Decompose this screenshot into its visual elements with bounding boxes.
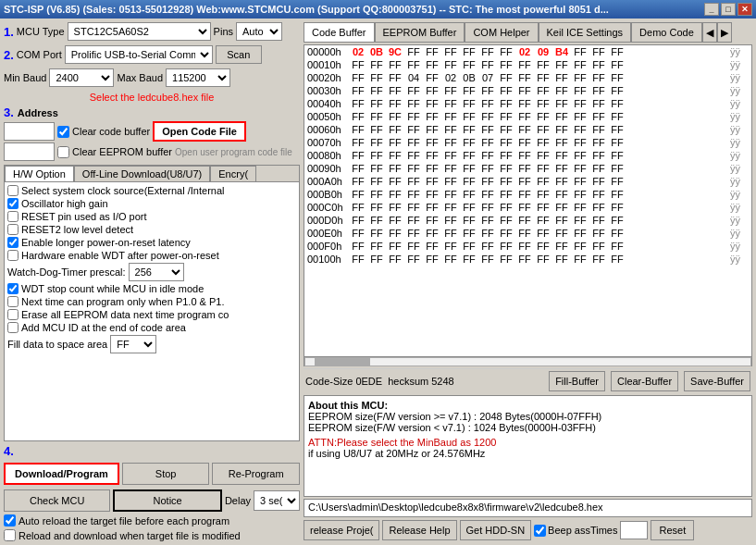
ass-times-label: assTimes (575, 525, 618, 536)
min-baud-label: Min Baud (4, 72, 46, 83)
next-time-checkbox[interactable] (7, 296, 19, 307)
hw-tab-encrypt[interactable]: Encry( (210, 166, 256, 181)
notice-button[interactable]: Notice (113, 489, 221, 512)
max-baud-select[interactable]: 115200 (166, 68, 230, 87)
info-panel: About this MCU: EEPROM size(F/W version … (304, 395, 752, 497)
hw-option-checkbox-5[interactable] (7, 250, 19, 261)
release-project-button[interactable]: release Proje( (304, 520, 379, 540)
hw-option-item-1: Oscillator high gain (7, 198, 296, 209)
hint-text: Select the ledcube8.hex file (4, 92, 300, 103)
h-scrollbar-track[interactable] (304, 357, 751, 366)
hw-tab-offline[interactable]: Off-Line Download(U8/U7) (74, 166, 210, 181)
hw-option-checkbox-2[interactable] (7, 211, 19, 222)
hex-row: 000D0hFFFFFFFFFFFFFFFFFFFFFFFFFFFFFFÿÿ (304, 214, 751, 227)
tab-keil-ice[interactable]: Keil ICE Settings (539, 22, 632, 43)
wdt-idle-checkbox[interactable] (7, 283, 19, 294)
open-user-hint: Open user program code file (175, 147, 292, 157)
info-about-line: About this MCU: (308, 400, 748, 411)
reprogram-button[interactable]: Re-Program (212, 463, 300, 485)
baud-row: Min Baud 2400 Max Baud 115200 (4, 68, 300, 87)
step2-number: 2. (4, 48, 14, 62)
mcu-type-label: MCU Type (17, 26, 65, 37)
pins-select[interactable]: Auto (236, 22, 282, 41)
erase-eeprom-checkbox[interactable] (7, 309, 19, 320)
tab-com-helper[interactable]: COM Helper (465, 22, 538, 43)
min-baud-select[interactable]: 2400 (49, 68, 114, 87)
com-port-select[interactable]: Prolific USB-to-Serial Comm Por (65, 45, 213, 64)
hex-row: 00040hFFFFFFFFFFFFFFFFFFFFFFFFFFFFFFÿÿ (304, 97, 751, 110)
watchdog-select[interactable]: 256 (129, 263, 184, 281)
tab-arrow-right[interactable]: ▶ (717, 22, 732, 43)
h-scrollbar-thumb[interactable] (315, 358, 370, 365)
auto-reload-checkbox[interactable] (4, 514, 16, 526)
beep-label: Beep (548, 525, 572, 536)
tab-arrow-left[interactable]: ◀ (702, 22, 717, 43)
tab-eeprom-buffer[interactable]: EEPROM Buffer (375, 22, 465, 43)
address-label: Address (18, 107, 58, 118)
hex-row: 00010hFFFFFFFFFFFFFFFFFFFFFFFFFFFFFFÿÿ (304, 58, 751, 71)
hex-row: 00030hFFFFFFFFFFFFFFFFFFFFFFFFFFFFFFÿÿ (304, 84, 751, 97)
mcu-type-select[interactable]: STC12C5A60S2 (68, 22, 211, 41)
auto-reload-row: Auto reload the target file before each … (4, 514, 300, 526)
clear-eeprom-checkbox[interactable] (57, 146, 69, 158)
clear-code-checkbox[interactable] (57, 126, 69, 138)
hex-row: 00000h020B9CFFFFFFFFFFFF0209B4FFFFFFÿÿ (304, 45, 751, 58)
hw-options-list: Select system clock source(External /Int… (5, 182, 299, 440)
delay-select[interactable]: 3 se( (254, 490, 300, 511)
right-panel: Code Buffer EEPROM Buffer COM Helper Kei… (304, 22, 752, 541)
hw-option-checkbox-3[interactable] (7, 224, 19, 235)
open-code-file-button[interactable]: Open Code File (153, 121, 246, 142)
buffer-tabs: Code Buffer EEPROM Buffer COM Helper Kei… (304, 22, 752, 43)
scan-button[interactable]: Scan (216, 45, 262, 64)
step4-row: 4. (4, 444, 300, 458)
get-hdd-sn-button[interactable]: Get HDD-SN (460, 520, 532, 540)
tab-code-buffer[interactable]: Code Buffer (304, 22, 375, 43)
hw-tab-option[interactable]: H/W Option (5, 166, 74, 181)
address-input-1[interactable]: 0x 0000 (4, 122, 55, 141)
ass-times-input[interactable]: 0 (620, 521, 648, 539)
clear-eeprom-label: Clear EEPROM buffer (72, 146, 172, 157)
save-buffer-button[interactable]: Save-Buffer (684, 371, 750, 391)
action-buttons: Download/Program Stop Re-Program (4, 463, 300, 485)
reset-button[interactable]: Reset (651, 520, 694, 540)
beep-check-row: Beep (534, 525, 572, 537)
hw-option-erase-eeprom: Erase all EEPROM data next time program … (7, 309, 296, 320)
reload-modify-checkbox[interactable] (4, 529, 16, 541)
info-line2: EEPROM size(F/W version < v7.1) : 1024 B… (308, 422, 748, 433)
hex-row: 000F0hFFFFFFFFFFFFFFFFFFFFFFFFFFFFFFÿÿ (304, 240, 751, 253)
hw-option-item-4: Enable longer power-on-reset latency (7, 237, 296, 248)
fill-data-select[interactable]: FF (110, 335, 156, 353)
hw-option-checkbox-1[interactable] (7, 198, 19, 209)
address-row-1: 0x 0000 Clear code buffer Open Code File (4, 121, 300, 142)
title-bar: STC-ISP (V6.85) (Sales: 0513-55012928) W… (0, 0, 756, 19)
hex-row: 00100hFFFFFFFFFFFFFFFFFFFFFFFFFFFFFFÿÿ (304, 253, 751, 266)
download-program-button[interactable]: Download/Program (4, 463, 119, 485)
fill-data-row: Fill data to space area FF (7, 335, 296, 353)
beep-checkbox[interactable] (534, 525, 546, 537)
hex-view-container: 00000h020B9CFFFFFFFFFFFF0209B4FFFFFFÿÿ00… (304, 44, 752, 366)
info-line1: EEPROM size(F/W version >= v7.1) : 2048 … (308, 411, 748, 422)
hex-row: 00070hFFFFFFFFFFFFFFFFFFFFFFFFFFFFFFÿÿ (304, 136, 751, 149)
code-size-row: Code-Size 0EDE hecksum 5248 Fill-Buffer … (304, 368, 752, 393)
hw-option-checkbox-0[interactable] (7, 185, 19, 196)
fill-buffer-button[interactable]: Fill-Buffer (549, 371, 605, 391)
add-mcu-id-checkbox[interactable] (7, 322, 19, 333)
hex-table: 00000h020B9CFFFFFFFFFFFF0209B4FFFFFFÿÿ00… (304, 45, 751, 356)
pins-label: Pins (214, 26, 233, 37)
hw-option-checkbox-4[interactable] (7, 237, 19, 248)
address-input-2[interactable]: 0x 0000 (4, 142, 55, 161)
left-panel: 1. MCU Type STC12C5A60S2 Pins Auto 2. CO… (4, 22, 300, 541)
stop-button[interactable]: Stop (122, 463, 210, 485)
minimize-button[interactable]: _ (704, 3, 719, 16)
hex-scrollbar-horizontal[interactable] (304, 356, 751, 365)
release-help-button[interactable]: Release Help (382, 520, 456, 540)
delay-label: Delay (225, 495, 251, 506)
clear-buffer-button[interactable]: Clear-Buffer (611, 371, 678, 391)
maximize-button[interactable]: □ (721, 3, 736, 16)
tab-demo-code[interactable]: Demo Code (631, 22, 702, 43)
max-baud-label: Max Baud (117, 72, 163, 83)
reload-modify-row: Reload and download when target file is … (4, 529, 300, 541)
close-button[interactable]: ✕ (737, 3, 752, 16)
hex-row: 000B0hFFFFFFFFFFFFFFFFFFFFFFFFFFFFFFÿÿ (304, 188, 751, 201)
check-mcu-button[interactable]: Check MCU (4, 489, 110, 512)
